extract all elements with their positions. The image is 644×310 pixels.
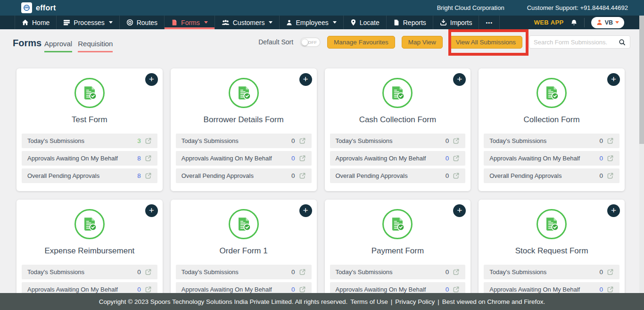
metric-count: 8 <box>137 172 141 179</box>
nav-item-locate[interactable]: Locate <box>344 16 387 29</box>
scrollbar-thumb[interactable] <box>639 16 644 144</box>
metric-overall-pending[interactable]: Overall Pending Approvals 0 <box>176 168 312 183</box>
form-card-title[interactable]: Collection Form <box>479 115 625 125</box>
add-submission-button[interactable]: + <box>145 73 158 86</box>
nav-item-more[interactable]: ••• <box>479 16 500 29</box>
effort-logo[interactable]: effort <box>21 2 56 13</box>
open-external-icon[interactable] <box>453 172 460 179</box>
metric-overall-pending[interactable]: Overall Pending Approvals 0 <box>484 168 619 183</box>
metric-todays-submissions[interactable]: Today's Submissions 0 <box>176 134 312 148</box>
open-external-icon[interactable] <box>453 137 460 144</box>
toolbar-controls: Default Sort OFF Manage Favourites Map V… <box>258 35 630 49</box>
metric-approvals-awaiting[interactable]: Approvals Awaiting On My Behalf 8 <box>22 151 157 166</box>
search-input[interactable] <box>534 39 616 46</box>
form-card-title[interactable]: Cash Collection Form <box>325 115 471 125</box>
metric-todays-submissions[interactable]: Today's Submissions 3 <box>22 134 157 148</box>
open-external-icon[interactable] <box>145 172 152 179</box>
nav-item-employees[interactable]: Employees <box>280 16 343 29</box>
open-external-icon[interactable] <box>145 268 152 276</box>
open-external-icon[interactable] <box>145 137 152 144</box>
metric-todays-submissions[interactable]: Today's Submissions 0 <box>484 265 619 279</box>
open-external-icon[interactable] <box>145 155 152 162</box>
nav-item-routes[interactable]: Routes <box>120 16 165 29</box>
metric-approvals-awaiting[interactable]: Approvals Awaiting On My Behalf 0 <box>176 151 312 166</box>
open-external-icon[interactable] <box>299 286 306 293</box>
metric-count: 0 <box>291 268 295 276</box>
nav-item-home[interactable]: Home <box>15 16 57 29</box>
open-external-icon[interactable] <box>453 155 460 162</box>
metric-todays-submissions[interactable]: Today's Submissions 0 <box>484 134 619 148</box>
metric-todays-submissions[interactable]: Today's Submissions 0 <box>22 265 157 279</box>
nav-item-reports[interactable]: Reports <box>387 16 433 29</box>
metric-count: 0 <box>446 137 449 144</box>
open-external-icon[interactable] <box>453 268 460 276</box>
open-external-icon[interactable] <box>607 268 614 276</box>
add-submission-button[interactable]: + <box>453 73 466 86</box>
chevron-down-icon <box>615 21 619 24</box>
nav-item-imports[interactable]: Imports <box>433 16 479 29</box>
best-viewed-text: Best viewed on Chrome and Firefox. <box>442 298 545 305</box>
open-external-icon[interactable] <box>145 286 152 293</box>
nav-item-forms[interactable]: Forms <box>165 16 215 29</box>
add-submission-button[interactable]: + <box>299 73 312 86</box>
form-card-title[interactable]: Order Form 1 <box>171 246 317 256</box>
form-card-title[interactable]: Borrower Details Form <box>171 115 317 125</box>
manage-favourites-button[interactable]: Manage Favourites <box>327 36 395 49</box>
form-card-title[interactable]: Expense Reimbursement <box>17 246 163 256</box>
map-view-button[interactable]: Map View <box>402 36 443 49</box>
metric-count: 0 <box>599 137 603 144</box>
separator: | <box>391 298 393 305</box>
metric-todays-submissions[interactable]: Today's Submissions 0 <box>330 134 466 148</box>
open-external-icon[interactable] <box>607 286 614 293</box>
metric-overall-pending[interactable]: Overall Pending Approvals 0 <box>330 168 466 183</box>
forms-icon <box>171 19 178 26</box>
form-doc-icon[interactable] <box>229 78 259 108</box>
form-doc-icon[interactable] <box>537 78 567 108</box>
add-submission-button[interactable]: + <box>453 204 466 217</box>
terms-of-use-link[interactable]: Terms of Use <box>350 298 388 305</box>
metric-todays-submissions[interactable]: Today's Submissions 0 <box>330 265 466 279</box>
web-app-link[interactable]: WEB APP <box>534 19 564 26</box>
metric-overall-pending[interactable]: Overall Pending Approvals 8 <box>22 168 157 183</box>
tab-approval[interactable]: Approval <box>44 40 72 52</box>
scrollbar[interactable] <box>639 16 644 293</box>
add-submission-button[interactable]: + <box>607 204 620 217</box>
default-sort-toggle[interactable]: OFF <box>300 37 321 47</box>
open-external-icon[interactable] <box>607 155 614 162</box>
view-all-submissions-button[interactable]: View All Submissions <box>449 36 522 49</box>
user-menu-button[interactable]: VB <box>591 17 624 28</box>
open-external-icon[interactable] <box>299 155 306 162</box>
form-doc-icon[interactable] <box>229 209 259 239</box>
form-card-title[interactable]: Stock Request Form <box>479 246 625 256</box>
open-external-icon[interactable] <box>607 172 614 179</box>
form-doc-icon[interactable] <box>382 78 413 108</box>
metric-approvals-awaiting[interactable]: Approvals Awaiting On My Behalf 0 <box>484 151 619 166</box>
form-doc-icon[interactable] <box>537 209 567 239</box>
form-card-title[interactable]: Payment Form <box>325 246 471 256</box>
toggle-knob <box>301 39 308 46</box>
form-card-title[interactable]: Test Form <box>17 115 163 125</box>
add-submission-button[interactable]: + <box>607 73 620 86</box>
add-submission-button[interactable]: + <box>299 204 312 217</box>
search-icon[interactable] <box>619 39 626 46</box>
nav-item-customers[interactable]: Customers <box>215 16 280 29</box>
nav-item-processes[interactable]: Processes <box>57 16 119 29</box>
metric-count: 0 <box>446 286 449 293</box>
routes-icon <box>126 19 133 26</box>
open-external-icon[interactable] <box>299 172 306 179</box>
page-title: Forms <box>13 38 41 49</box>
form-doc-icon[interactable] <box>74 78 105 108</box>
form-doc-icon[interactable] <box>382 209 413 239</box>
open-external-icon[interactable] <box>453 286 460 293</box>
metric-todays-submissions[interactable]: Today's Submissions 0 <box>176 265 312 279</box>
open-external-icon[interactable] <box>607 137 614 144</box>
bell-icon[interactable] <box>570 19 578 26</box>
open-external-icon[interactable] <box>299 268 306 276</box>
tab-requisition[interactable]: Requisition <box>78 40 113 52</box>
privacy-policy-link[interactable]: Privacy Policy <box>395 298 435 305</box>
main-nav-bar: Home Processes Routes Forms Customers Em… <box>0 16 644 29</box>
add-submission-button[interactable]: + <box>145 204 158 217</box>
metric-approvals-awaiting[interactable]: Approvals Awaiting On My Behalf 0 <box>330 151 466 166</box>
open-external-icon[interactable] <box>299 137 306 144</box>
form-doc-icon[interactable] <box>74 209 105 239</box>
